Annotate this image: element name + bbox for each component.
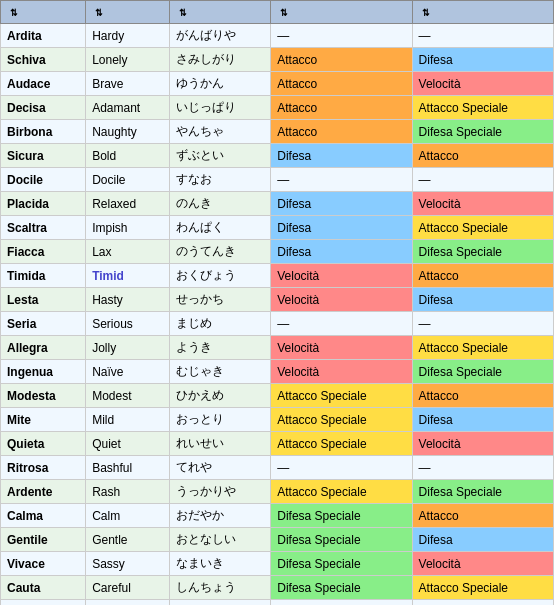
cell-giapponese: しんちょう: [170, 576, 271, 600]
cell-stat-peg: Attacco: [412, 384, 553, 408]
cell-inglese: Lonely: [86, 48, 170, 72]
cell-stat-mig: —: [271, 24, 412, 48]
cell-natura: Scaltra: [1, 216, 86, 240]
sort-icon-inglese[interactable]: ⇅: [95, 8, 105, 18]
cell-giapponese: ひかえめ: [170, 384, 271, 408]
cell-inglese: Sassy: [86, 552, 170, 576]
cell-stat-mig: Attacco: [271, 48, 412, 72]
table-row: PlacidaRelaxedのんきDifesaVelocità: [1, 192, 554, 216]
cell-natura: Fiacca: [1, 240, 86, 264]
cell-natura: Docile: [1, 168, 86, 192]
cell-natura: Allegra: [1, 336, 86, 360]
cell-giapponese: きまぐれ: [170, 600, 271, 606]
cell-inglese: Impish: [86, 216, 170, 240]
sort-icon-stat-mig[interactable]: ⇅: [280, 8, 290, 18]
cell-giapponese: さみしがり: [170, 48, 271, 72]
cell-stat-peg: Difesa Speciale: [412, 480, 553, 504]
cell-natura: Vivace: [1, 552, 86, 576]
cell-stat-peg: Difesa Speciale: [412, 360, 553, 384]
cell-giapponese: まじめ: [170, 312, 271, 336]
cell-stat-mig: Attacco Speciale: [271, 432, 412, 456]
cell-natura: Ardente: [1, 480, 86, 504]
cell-natura: Mite: [1, 408, 86, 432]
col-header-giapponese[interactable]: ⇅: [170, 1, 271, 24]
cell-stat-mig: —: [271, 168, 412, 192]
cell-stat-mig: Attacco: [271, 96, 412, 120]
cell-stat-peg: Difesa: [412, 288, 553, 312]
cell-stat-peg: Velocità: [412, 192, 553, 216]
cell-stat-mig: Velocità: [271, 360, 412, 384]
table-row: ArdenteRashうっかりやAttacco SpecialeDifesa S…: [1, 480, 554, 504]
cell-stat-mig: Velocità: [271, 264, 412, 288]
nature-table: ⇅ ⇅ ⇅ ⇅ ⇅ ArditaHardyがんばりや——SchivaLonely…: [0, 0, 554, 605]
cell-stat-peg: Attacco Speciale: [412, 336, 553, 360]
cell-stat-peg: Attacco: [412, 144, 553, 168]
table-row: DecisaAdamantいじっぱりAttaccoAttacco Special…: [1, 96, 554, 120]
cell-stat-peg: Attacco Speciale: [412, 576, 553, 600]
col-header-stat-mig[interactable]: ⇅: [271, 1, 412, 24]
cell-stat-mig: Attacco: [271, 120, 412, 144]
cell-giapponese: うっかりや: [170, 480, 271, 504]
cell-stat-peg: Attacco: [412, 504, 553, 528]
table-row: CalmaCalmおだやかDifesa SpecialeAttacco: [1, 504, 554, 528]
cell-giapponese: なまいき: [170, 552, 271, 576]
cell-giapponese: わんぱく: [170, 216, 271, 240]
cell-inglese: Quiet: [86, 432, 170, 456]
cell-giapponese: ずぶとい: [170, 144, 271, 168]
cell-stat-peg: Difesa: [412, 408, 553, 432]
table-row: TimidaTimidおくびょうVelocitàAttacco: [1, 264, 554, 288]
cell-natura: Furba: [1, 600, 86, 606]
cell-inglese: Adamant: [86, 96, 170, 120]
cell-natura: Calma: [1, 504, 86, 528]
cell-stat-mig: Difesa Speciale: [271, 528, 412, 552]
cell-natura: Decisa: [1, 96, 86, 120]
cell-giapponese: ようき: [170, 336, 271, 360]
table-row: QuietaQuietれいせいAttacco SpecialeVelocità: [1, 432, 554, 456]
sort-icon-stat-peg[interactable]: ⇅: [422, 8, 432, 18]
table-row: BirbonaNaughtyやんちゃAttaccoDifesa Speciale: [1, 120, 554, 144]
table-row: SicuraBoldずぶといDifesaAttacco: [1, 144, 554, 168]
cell-inglese: Careful: [86, 576, 170, 600]
cell-inglese: Gentle: [86, 528, 170, 552]
table-row: AllegraJollyようきVelocitàAttacco Speciale: [1, 336, 554, 360]
col-header-inglese[interactable]: ⇅: [86, 1, 170, 24]
cell-stat-peg: Attacco Speciale: [412, 216, 553, 240]
cell-stat-peg: —: [412, 24, 553, 48]
table-row: ModestaModestひかえめAttacco SpecialeAttacco: [1, 384, 554, 408]
cell-inglese: Brave: [86, 72, 170, 96]
table-row: SeriaSeriousまじめ——: [1, 312, 554, 336]
cell-giapponese: すなお: [170, 168, 271, 192]
col-header-natura[interactable]: ⇅: [1, 1, 86, 24]
cell-natura: Placida: [1, 192, 86, 216]
cell-inglese: Naughty: [86, 120, 170, 144]
cell-stat-mig: Attacco Speciale: [271, 480, 412, 504]
cell-giapponese: おっとり: [170, 408, 271, 432]
cell-giapponese: ゆうかん: [170, 72, 271, 96]
cell-natura: Birbona: [1, 120, 86, 144]
cell-stat-mig: Difesa: [271, 192, 412, 216]
table-row: FiaccaLaxのうてんきDifesaDifesa Speciale: [1, 240, 554, 264]
cell-stat-peg: Difesa: [412, 48, 553, 72]
cell-inglese: Jolly: [86, 336, 170, 360]
cell-inglese: Docile: [86, 168, 170, 192]
cell-natura: Lesta: [1, 288, 86, 312]
sort-icon-natura[interactable]: ⇅: [10, 8, 20, 18]
cell-stat-mig: —: [271, 600, 412, 606]
cell-inglese: Relaxed: [86, 192, 170, 216]
cell-inglese: Hasty: [86, 288, 170, 312]
cell-stat-peg: Velocità: [412, 72, 553, 96]
cell-natura: Ardita: [1, 24, 86, 48]
sort-icon-giapponese[interactable]: ⇅: [179, 8, 189, 18]
table-row: ArditaHardyがんばりや——: [1, 24, 554, 48]
cell-giapponese: がんばりや: [170, 24, 271, 48]
cell-stat-mig: Velocità: [271, 336, 412, 360]
cell-stat-mig: Difesa Speciale: [271, 504, 412, 528]
table-row: FurbaQuirkyきまぐれ——: [1, 600, 554, 606]
cell-stat-peg: Difesa Speciale: [412, 240, 553, 264]
cell-natura: Quieta: [1, 432, 86, 456]
cell-inglese: Bold: [86, 144, 170, 168]
col-header-stat-peg[interactable]: ⇅: [412, 1, 553, 24]
cell-inglese: Modest: [86, 384, 170, 408]
table-row: ScaltraImpishわんぱくDifesaAttacco Speciale: [1, 216, 554, 240]
table-row: LestaHastyせっかちVelocitàDifesa: [1, 288, 554, 312]
